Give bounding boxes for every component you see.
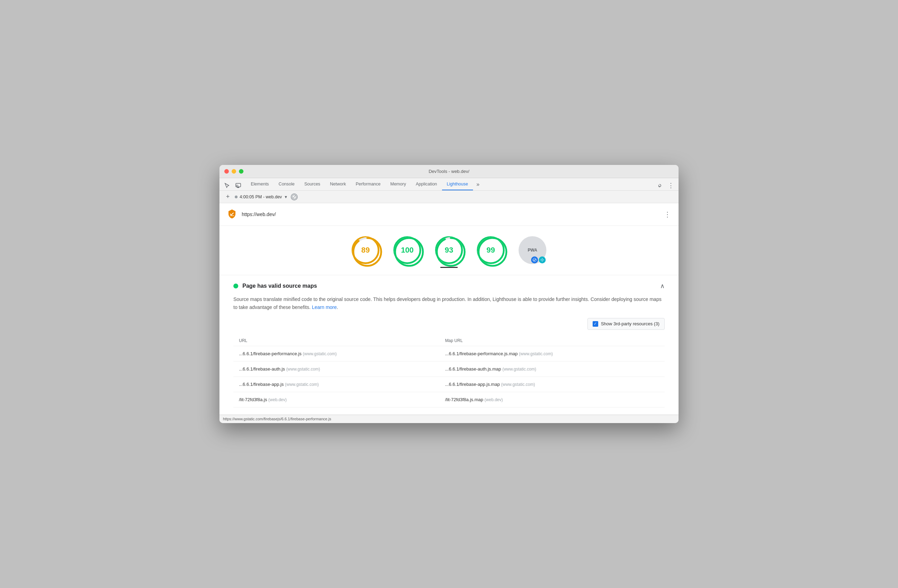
url-domain: (www.gstatic.com) bbox=[285, 382, 318, 387]
audit-collapse-button[interactable]: ∧ bbox=[660, 282, 664, 290]
session-selector[interactable]: 4:00:05 PM - web.dev ▼ bbox=[235, 194, 288, 199]
add-session-button[interactable]: + bbox=[224, 193, 232, 201]
audit-title: Page has valid source maps bbox=[242, 283, 656, 289]
score-accessibility[interactable]: 100 bbox=[394, 236, 421, 268]
third-party-row: ✓ Show 3rd-party resources (3) bbox=[234, 318, 664, 330]
map-domain: (www.gstatic.com) bbox=[501, 382, 535, 387]
cell-url: ...6.6.1/firebase-performance.js (www.gs… bbox=[234, 346, 440, 361]
audit-description: Source maps translate minified code to t… bbox=[234, 296, 664, 311]
url-link[interactable]: ...6.6.1/firebase-app.js bbox=[239, 382, 284, 387]
lighthouse-header: https://web.dev/ ⋮ bbox=[220, 203, 678, 226]
map-url-link[interactable]: /lit-72fd3f8a.js.map bbox=[445, 397, 483, 402]
lighthouse-panel: https://web.dev/ ⋮ 89 bbox=[220, 203, 678, 415]
browser-window: DevTools - web.dev/ Elements Console Sou… bbox=[220, 165, 678, 423]
lighthouse-logo-icon bbox=[226, 209, 238, 220]
third-party-label: Show 3rd-party resources (3) bbox=[601, 321, 660, 326]
url-domain: (www.gstatic.com) bbox=[286, 367, 320, 372]
content-area: Page has valid source maps ∧ Source maps… bbox=[220, 275, 678, 415]
status-bar-url: https://www.gstatic.com/firebasejs/6.6.1… bbox=[223, 417, 331, 421]
title-bar: DevTools - web.dev/ bbox=[220, 165, 678, 178]
svg-point-13 bbox=[478, 238, 506, 266]
svg-point-9 bbox=[395, 238, 423, 266]
url-link[interactable]: ...6.6.1/firebase-auth.js bbox=[239, 366, 285, 372]
svg-line-4 bbox=[292, 195, 296, 198]
table-row: /lit-72fd3f8a.js (web.dev) /lit-72fd3f8a… bbox=[234, 392, 664, 407]
score-circle-accessibility: 100 bbox=[394, 236, 421, 264]
audit-item-source-maps: Page has valid source maps ∧ Source maps… bbox=[220, 275, 678, 415]
audit-pass-icon bbox=[234, 283, 238, 288]
cell-map-url: /lit-72fd3f8a.js.map (web.dev) bbox=[440, 392, 664, 407]
pwa-badge-teal bbox=[539, 256, 546, 263]
tab-memory[interactable]: Memory bbox=[385, 178, 411, 190]
url-domain: (web.dev) bbox=[269, 397, 287, 402]
inspect-tool-button[interactable] bbox=[222, 180, 232, 190]
close-button[interactable] bbox=[224, 169, 229, 174]
tab-application[interactable]: Application bbox=[411, 178, 442, 190]
tab-overflow-button[interactable]: » bbox=[473, 178, 483, 190]
audit-header: Page has valid source maps ∧ bbox=[234, 282, 664, 290]
pwa-circle: PWA bbox=[518, 236, 546, 264]
learn-more-link[interactable]: Learn more bbox=[312, 305, 337, 310]
status-bar: https://www.gstatic.com/firebasejs/6.6.1… bbox=[220, 415, 678, 423]
session-chevron-icon: ▼ bbox=[284, 195, 288, 199]
cell-url: /lit-72fd3f8a.js (web.dev) bbox=[234, 392, 440, 407]
lighthouse-url: https://web.dev/ bbox=[242, 212, 660, 217]
score-arc-performance bbox=[352, 236, 383, 268]
map-domain: (www.gstatic.com) bbox=[519, 351, 553, 356]
svg-point-11 bbox=[437, 238, 464, 266]
cell-map-url: ...6.6.1/firebase-app.js.map (www.gstati… bbox=[440, 376, 664, 392]
score-circle-best-practices: 93 bbox=[435, 236, 463, 264]
resource-table: URL Map URL ...6.6.1/firebase-performanc… bbox=[234, 336, 664, 408]
session-dot bbox=[235, 195, 238, 198]
column-map-url: Map URL bbox=[440, 336, 664, 346]
pwa-badge-blue bbox=[531, 256, 538, 263]
tab-network[interactable]: Network bbox=[325, 178, 351, 190]
url-domain: (www.gstatic.com) bbox=[303, 351, 337, 356]
tab-sources[interactable]: Sources bbox=[300, 178, 325, 190]
svg-rect-5 bbox=[230, 215, 234, 216]
column-url: URL bbox=[234, 336, 440, 346]
score-best-practices[interactable]: 93 bbox=[435, 236, 463, 268]
traffic-lights bbox=[224, 169, 243, 174]
tab-lighthouse[interactable]: Lighthouse bbox=[442, 178, 473, 190]
svg-point-7 bbox=[354, 238, 381, 266]
show-third-party-checkbox[interactable]: ✓ Show 3rd-party resources (3) bbox=[587, 318, 664, 330]
no-throttle-icon[interactable] bbox=[291, 194, 298, 200]
cell-url: ...6.6.1/firebase-app.js (www.gstatic.co… bbox=[234, 376, 440, 392]
map-url-link[interactable]: ...6.6.1/firebase-app.js.map bbox=[445, 382, 500, 387]
url-bar-row: + 4:00:05 PM - web.dev ▼ bbox=[220, 191, 678, 203]
score-arc-best-practices bbox=[435, 236, 466, 268]
cell-url: ...6.6.1/firebase-auth.js (www.gstatic.c… bbox=[234, 361, 440, 376]
cell-map-url: ...6.6.1/firebase-performance.js.map (ww… bbox=[440, 346, 664, 361]
score-circle-seo: 99 bbox=[477, 236, 504, 264]
pwa-badges bbox=[531, 256, 546, 263]
minimize-button[interactable] bbox=[232, 169, 236, 174]
maximize-button[interactable] bbox=[239, 169, 243, 174]
cell-map-url: ...6.6.1/firebase-auth.js.map (www.gstat… bbox=[440, 361, 664, 376]
score-arc-seo bbox=[477, 236, 508, 268]
window-title: DevTools - web.dev/ bbox=[429, 169, 469, 174]
table-row: ...6.6.1/firebase-auth.js (www.gstatic.c… bbox=[234, 361, 664, 376]
url-link[interactable]: ...6.6.1/firebase-performance.js bbox=[239, 351, 301, 356]
map-domain: (web.dev) bbox=[484, 397, 503, 402]
score-arc-accessibility bbox=[394, 236, 424, 268]
score-seo[interactable]: 99 bbox=[477, 236, 504, 268]
url-link[interactable]: /lit-72fd3f8a.js bbox=[239, 397, 267, 402]
device-toggle-button[interactable] bbox=[234, 180, 243, 190]
score-pwa[interactable]: PWA bbox=[518, 236, 546, 268]
tab-bar: Elements Console Sources Network Perform… bbox=[220, 178, 678, 191]
tab-console[interactable]: Console bbox=[274, 178, 300, 190]
settings-button[interactable] bbox=[655, 180, 664, 190]
lighthouse-more-button[interactable]: ⋮ bbox=[664, 210, 672, 219]
more-options-button[interactable]: ⋮ bbox=[666, 180, 676, 190]
map-domain: (www.gstatic.com) bbox=[502, 367, 536, 372]
tab-performance[interactable]: Performance bbox=[351, 178, 386, 190]
table-row: ...6.6.1/firebase-performance.js (www.gs… bbox=[234, 346, 664, 361]
checkbox-checked-icon: ✓ bbox=[593, 321, 598, 327]
scores-row: 89 100 bbox=[220, 226, 678, 275]
score-performance[interactable]: 89 bbox=[352, 236, 380, 268]
map-url-link[interactable]: ...6.6.1/firebase-performance.js.map bbox=[445, 351, 518, 356]
map-url-link[interactable]: ...6.6.1/firebase-auth.js.map bbox=[445, 366, 501, 372]
tab-elements[interactable]: Elements bbox=[246, 178, 274, 190]
score-circle-performance: 89 bbox=[352, 236, 380, 264]
